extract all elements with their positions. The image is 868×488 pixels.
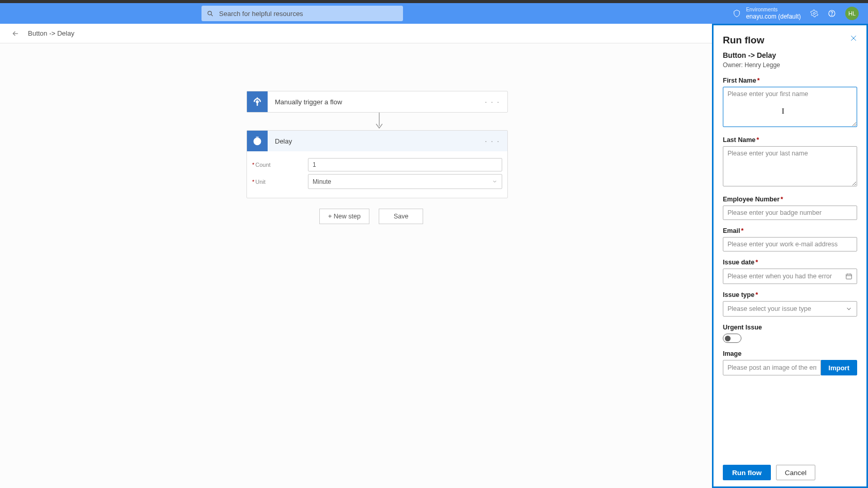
svg-line-1: [211, 14, 213, 16]
search-box[interactable]: [202, 6, 403, 21]
svg-point-4: [831, 15, 832, 15]
environment-value: enayu.com (default): [746, 13, 801, 20]
environment-label: Environments: [746, 7, 801, 13]
svg-point-0: [208, 11, 211, 14]
avatar[interactable]: HL: [845, 7, 859, 20]
breadcrumb-title: Button -> Delay: [28, 29, 74, 37]
help-icon[interactable]: [828, 9, 836, 18]
close-icon[interactable]: [850, 35, 857, 42]
environment-picker[interactable]: Environments enayu.com (default): [733, 7, 801, 20]
search-icon: [207, 10, 214, 18]
svg-point-2: [813, 12, 815, 14]
panel-title: Run flow: [723, 35, 764, 43]
search-input[interactable]: [219, 10, 398, 18]
back-icon[interactable]: [11, 29, 20, 38]
environment-icon: [733, 9, 741, 18]
top-bar: Environments enayu.com (default) HL: [0, 3, 868, 24]
run-flow-panel: Run flow Button -> Delay Owner: Henry Le…: [712, 24, 868, 43]
settings-icon[interactable]: [810, 9, 818, 18]
top-right: Environments enayu.com (default) HL: [733, 7, 859, 20]
